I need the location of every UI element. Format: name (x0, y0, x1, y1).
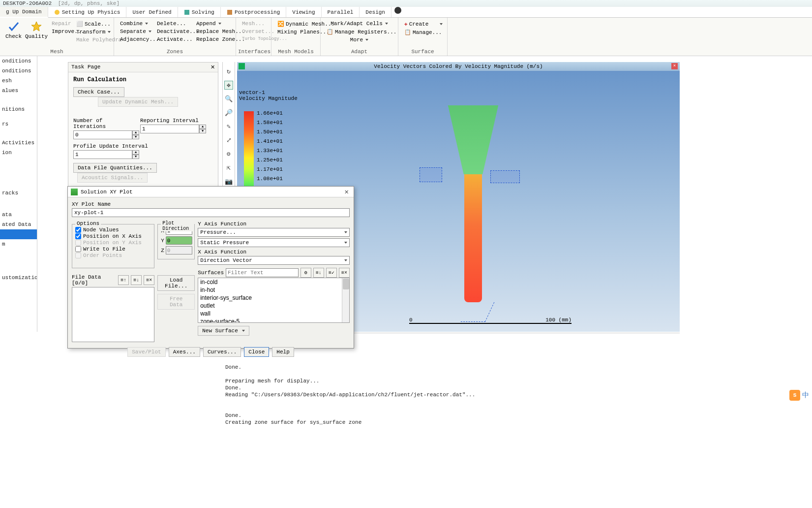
acoustic-signals-button[interactable]: Acoustic Signals... (77, 173, 148, 183)
curves-button[interactable]: Curves... (203, 347, 241, 357)
dialog-titlebar[interactable]: Solution XY Plot ✕ (68, 187, 354, 197)
plotdir-y-input[interactable] (166, 236, 192, 245)
ime-lang-icon[interactable]: 中 (802, 391, 809, 400)
check-button[interactable]: Check (3, 20, 24, 40)
append-button[interactable]: Append (193, 20, 237, 28)
tab-viewing[interactable]: Viewing (286, 7, 321, 17)
clear-sort-icon[interactable]: ≡× (144, 275, 154, 285)
separate-button[interactable]: Separate (117, 28, 154, 35)
repair-button[interactable]: Repair (49, 20, 73, 28)
combine-button[interactable]: Combine (117, 20, 154, 28)
deselect-all-icon[interactable]: ≡× (339, 268, 350, 278)
y-axis-category-select[interactable]: Pressure... (198, 228, 350, 237)
adjacency-button[interactable]: Adjacency... (117, 35, 154, 43)
manage-surface-button[interactable]: 📋 Manage... (401, 28, 446, 36)
delete-button[interactable]: Delete... (154, 20, 193, 28)
tree-node[interactable]: Activities (0, 138, 37, 148)
activate-button[interactable]: Activate... (154, 35, 193, 43)
num-iterations-input[interactable] (73, 130, 132, 139)
node-values-checkbox[interactable] (75, 227, 81, 233)
update-dynamic-mesh-button[interactable]: Update Dynamic Mesh... (98, 97, 178, 107)
axes-icon[interactable]: ⇱ (224, 163, 233, 172)
quality-button[interactable]: Quality (24, 20, 49, 40)
surfaces-list[interactable]: in-cold in-hot interior-sys_surface outl… (198, 278, 350, 323)
fit-icon[interactable]: ⤢ (224, 136, 233, 145)
manage-registers-button[interactable]: 📋 Manage Registers... (324, 28, 395, 36)
list-item[interactable]: in-hot (198, 286, 349, 294)
tab-setting-up-physics[interactable]: Setting Up Physics (48, 7, 127, 17)
list-item[interactable]: in-cold (198, 278, 349, 286)
zoom-in-icon[interactable]: 🔍 (224, 95, 233, 103)
tree-node[interactable]: rs (0, 119, 37, 129)
axes-button[interactable]: Axes... (169, 347, 200, 357)
data-file-quantities-button[interactable]: Data File Quantities... (73, 163, 157, 173)
filter-toggle-icon[interactable]: ⚙ (301, 268, 311, 278)
improve-button[interactable]: Improve... (49, 28, 73, 35)
tab-postprocessing[interactable]: Postprocessing (221, 7, 286, 17)
tree-node[interactable]: alues (0, 86, 37, 95)
scale-button[interactable]: ⬜Scale... (73, 20, 111, 28)
tree-node[interactable]: onditions (0, 56, 37, 66)
spinner[interactable]: ▲▼ (132, 130, 139, 139)
tree-node[interactable]: ustomization (0, 273, 37, 283)
tree-node[interactable]: esh (0, 76, 37, 86)
load-file-button[interactable]: Load File... (157, 275, 195, 291)
tab-setting-up-domain[interactable]: g Up Domain (0, 7, 48, 18)
select-visible-icon[interactable]: ≡✓ (326, 268, 337, 278)
collapse-ribbon-icon[interactable] (394, 7, 401, 14)
x-axis-select[interactable]: Direction Vector (198, 256, 350, 265)
list-scrollbar[interactable] (342, 278, 349, 322)
write-file-checkbox[interactable] (75, 246, 81, 252)
dialog-close-icon[interactable]: ✕ (343, 188, 351, 196)
close-icon[interactable]: ✕ (211, 64, 215, 70)
spinner[interactable]: ▲▼ (132, 150, 139, 159)
tree-node[interactable]: m (0, 239, 37, 249)
xy-plot-name-input[interactable] (72, 208, 350, 217)
replace-mesh-button[interactable]: Replace Mesh... (193, 28, 237, 35)
save-plot-button[interactable]: Save/Plot (127, 347, 165, 357)
pan-icon[interactable]: ✥ (224, 81, 233, 90)
deactivate-button[interactable]: Deactivate... (154, 28, 193, 35)
tree-node[interactable]: onditions (0, 66, 37, 76)
dialog-help-button[interactable]: Help (272, 347, 294, 357)
tree-node[interactable]: ata (0, 210, 37, 220)
create-surface-button[interactable]: ✚Create (401, 20, 446, 28)
zoom-area-icon[interactable]: 🔎 (224, 108, 233, 117)
transform-button[interactable]: Transform (73, 28, 111, 36)
tree-node[interactable]: racks (0, 188, 37, 198)
new-surface-button[interactable]: New Surface (198, 326, 249, 336)
ime-icon[interactable]: S (789, 390, 800, 401)
adapt-more-button[interactable]: More (324, 36, 395, 44)
file-data-list[interactable] (72, 287, 154, 342)
close-viewport-icon[interactable]: × (671, 63, 678, 69)
check-case-button[interactable]: Check Case... (73, 87, 124, 97)
sort-asc-icon[interactable]: ≡↑ (118, 275, 129, 285)
reporting-interval-input[interactable] (140, 125, 199, 133)
probe-icon[interactable]: ✎ (224, 122, 233, 131)
tree-node-active[interactable] (0, 229, 37, 239)
tab-solving[interactable]: Solving (178, 7, 221, 17)
ime-indicator[interactable]: S 中 (789, 390, 809, 401)
tab-parallel[interactable]: Parallel (322, 7, 360, 17)
y-axis-value-select[interactable]: Static Pressure (198, 238, 350, 247)
tree-node[interactable]: ion (0, 148, 37, 158)
profile-update-input[interactable] (73, 150, 132, 159)
list-item[interactable]: outlet (198, 302, 349, 310)
zoom-out-icon[interactable]: ⊖ (224, 150, 233, 159)
list-item[interactable]: zone-surface-5 (198, 318, 349, 323)
list-item[interactable]: interior-sys_surface (198, 294, 349, 302)
spinner[interactable]: ▲▼ (199, 125, 206, 133)
mark-adapt-button[interactable]: Mark/Adapt Cells (324, 20, 395, 28)
replace-zone-button[interactable]: Replace Zone... (193, 35, 237, 43)
tree-node[interactable]: nitions (0, 104, 37, 114)
make-polyhedra-button[interactable]: Make Polyhedra (73, 36, 111, 44)
position-x-checkbox[interactable] (75, 233, 81, 239)
tab-design[interactable]: Design (360, 7, 391, 17)
sort-desc-icon[interactable]: ≡↓ (131, 275, 142, 285)
select-all-icon[interactable]: ≡↓ (313, 268, 324, 278)
tree-node[interactable]: ated Data (0, 220, 37, 229)
camera-icon[interactable]: 📷 (224, 177, 233, 186)
tab-user-defined[interactable]: User Defined (126, 7, 178, 17)
surfaces-filter-input[interactable] (226, 268, 299, 277)
free-data-button[interactable]: Free Data (157, 294, 195, 310)
